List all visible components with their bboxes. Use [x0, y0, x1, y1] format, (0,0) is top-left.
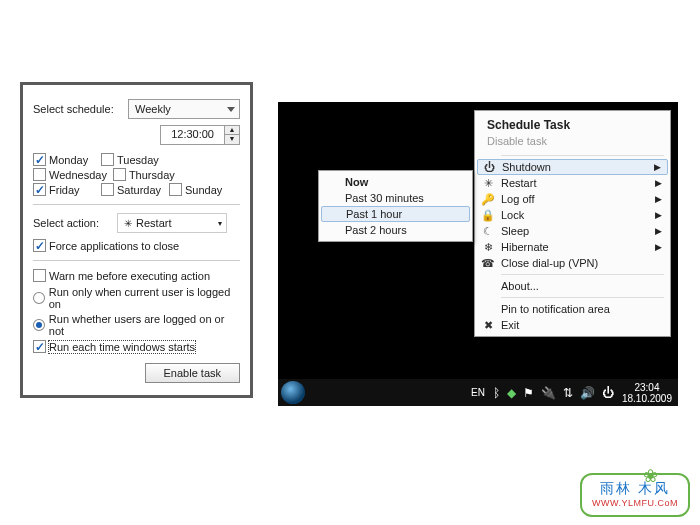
- close-icon: ✖: [481, 319, 495, 332]
- network-icon[interactable]: ⇅: [563, 386, 573, 400]
- submenu-past-30[interactable]: Past 30 minutes: [321, 190, 470, 206]
- day-monday[interactable]: ✓Monday: [33, 153, 95, 166]
- shutdown-submenu: Now Past 30 minutes Past 1 hour Past 2 h…: [318, 170, 473, 242]
- key-icon: 🔑: [481, 193, 495, 206]
- action-label: Select action:: [33, 217, 99, 229]
- clock-time: 23:04: [622, 382, 672, 393]
- restart-icon: ✳: [124, 218, 132, 229]
- moon-icon: ☾: [481, 225, 495, 238]
- desktop-area: Schedule Task Disable task ⏻Shutdown▶ ✳R…: [278, 102, 678, 406]
- menu-shutdown[interactable]: ⏻Shutdown▶: [477, 159, 668, 175]
- day-sunday[interactable]: Sunday: [169, 183, 231, 196]
- schedule-dropdown[interactable]: Weekly: [128, 99, 240, 119]
- clock-date: 18.10.2009: [622, 393, 672, 404]
- menu-about[interactable]: About...: [477, 278, 668, 294]
- shield-icon[interactable]: ◆: [507, 386, 516, 400]
- menu-logoff[interactable]: 🔑Log off▶: [477, 191, 668, 207]
- schedule-label: Select schedule:: [33, 103, 114, 115]
- watermark: ❀ 雨林 木风 WWW.YLMFU.CoM: [580, 473, 690, 517]
- action-value: Restart: [136, 217, 171, 229]
- power-icon: ⏻: [482, 161, 496, 173]
- menu-restart[interactable]: ✳Restart▶: [477, 175, 668, 191]
- start-button[interactable]: [281, 381, 305, 404]
- time-spinner[interactable]: 12:30:00 ▲ ▼: [160, 125, 240, 145]
- submenu-past-2h[interactable]: Past 2 hours: [321, 222, 470, 238]
- bluetooth-icon[interactable]: ᛒ: [493, 386, 500, 400]
- power-plug-icon[interactable]: 🔌: [541, 386, 556, 400]
- days-group: ✓Monday Tuesday Wednesday Thursday ✓Frid…: [33, 153, 240, 196]
- flag-icon[interactable]: ⚑: [523, 386, 534, 400]
- run-each-start-checkbox[interactable]: ✓Run each time windows starts: [33, 340, 240, 353]
- phone-icon: ☎: [481, 257, 495, 270]
- day-friday[interactable]: ✓Friday: [33, 183, 95, 196]
- day-thursday[interactable]: Thursday: [113, 168, 175, 181]
- volume-icon[interactable]: 🔊: [580, 386, 595, 400]
- taskbar: EN ᛒ ◆ ⚑ 🔌 ⇅ 🔊 ⏻ 23:04 18.10.2009: [278, 379, 678, 406]
- watermark-url: WWW.YLMFU.CoM: [592, 498, 678, 509]
- menu-pin[interactable]: Pin to notification area: [477, 301, 668, 317]
- chevron-down-icon: [227, 107, 235, 112]
- chevron-down-icon: ▾: [218, 219, 222, 228]
- menu-title: Schedule Task: [477, 114, 668, 134]
- menu-disable-task: Disable task: [477, 134, 668, 152]
- restart-icon: ✳: [481, 177, 495, 190]
- snowflake-icon: ❄: [481, 241, 495, 254]
- submenu-past-1h[interactable]: Past 1 hour: [321, 206, 470, 222]
- action-dropdown[interactable]: ✳ Restart ▾: [117, 213, 227, 233]
- day-wednesday[interactable]: Wednesday: [33, 168, 107, 181]
- menu-lock[interactable]: 🔒Lock▶: [477, 207, 668, 223]
- schedule-value: Weekly: [135, 103, 171, 115]
- spin-down-icon[interactable]: ▼: [225, 135, 239, 144]
- run-current-user-radio[interactable]: Run only when current user is logged on: [33, 286, 240, 310]
- system-tray: ᛒ ◆ ⚑ 🔌 ⇅ 🔊 ⏻: [493, 386, 614, 400]
- time-value: 12:30:00: [161, 126, 224, 144]
- leaf-icon: ❀: [643, 466, 658, 488]
- submenu-now[interactable]: Now: [321, 174, 470, 190]
- schedule-panel: Select schedule: Weekly 12:30:00 ▲ ▼ ✓Mo…: [20, 82, 253, 398]
- menu-sleep[interactable]: ☾Sleep▶: [477, 223, 668, 239]
- lock-icon: 🔒: [481, 209, 495, 222]
- run-whether-radio[interactable]: Run whether users are logged on or not: [33, 313, 240, 337]
- schedule-context-menu: Schedule Task Disable task ⏻Shutdown▶ ✳R…: [474, 110, 671, 337]
- warn-checkbox[interactable]: Warn me before executing action: [33, 269, 240, 282]
- force-close-checkbox[interactable]: ✓Force applications to close: [33, 239, 240, 252]
- submenu-arrow-icon: ▶: [654, 162, 661, 172]
- spin-up-icon[interactable]: ▲: [225, 126, 239, 135]
- watermark-cn: 雨林 木风: [592, 481, 678, 498]
- day-tuesday[interactable]: Tuesday: [101, 153, 163, 166]
- menu-exit[interactable]: ✖Exit: [477, 317, 668, 333]
- menu-close-dialup[interactable]: ☎Close dial-up (VPN): [477, 255, 668, 271]
- menu-hibernate[interactable]: ❄Hibernate▶: [477, 239, 668, 255]
- language-indicator[interactable]: EN: [471, 387, 485, 398]
- enable-task-button[interactable]: Enable task: [145, 363, 240, 383]
- clock[interactable]: 23:04 18.10.2009: [622, 382, 672, 404]
- power-tray-icon[interactable]: ⏻: [602, 386, 614, 400]
- day-saturday[interactable]: Saturday: [101, 183, 163, 196]
